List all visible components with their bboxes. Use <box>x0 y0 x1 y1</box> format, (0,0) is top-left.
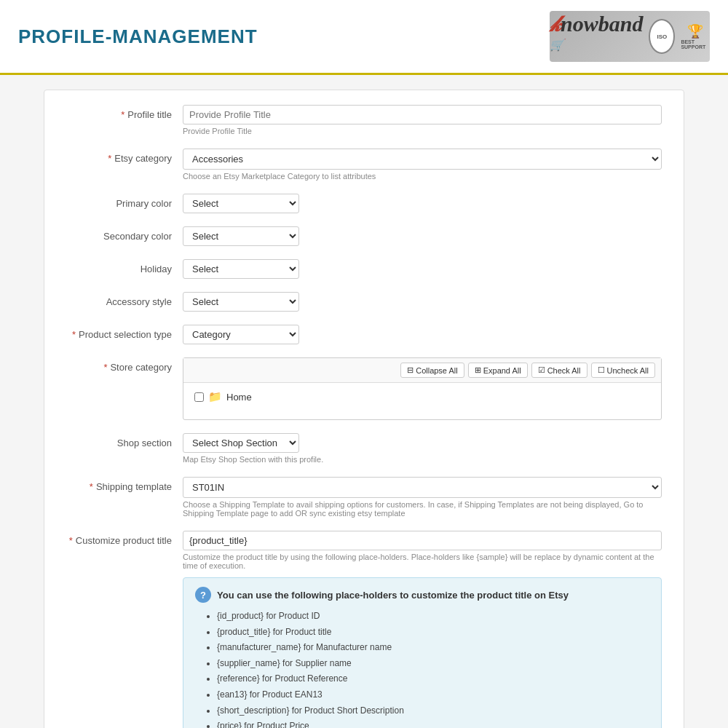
uncheck-icon: ☐ <box>598 365 605 375</box>
list-item: {manufacturer_name} for Manufacturer nam… <box>217 640 649 656</box>
customize-product-title-area: Customize the product title by using the… <box>183 531 662 728</box>
profile-title-label: *Profile title <box>66 105 183 120</box>
secondary-color-area: Select <box>183 226 662 246</box>
product-selection-type-row: *Product selection type Category <box>66 325 662 347</box>
accessory-style-label: Accessory style <box>66 292 183 307</box>
customize-product-title-hint: Customize the product title by using the… <box>183 553 662 570</box>
form-container: *Profile title Provide Profile Title *Et… <box>44 90 684 728</box>
profile-title-hint: Provide Profile Title <box>183 127 662 135</box>
info-icon: ? <box>195 587 211 603</box>
knowband-logo: 𝓀nowband 🛒 <box>550 12 643 62</box>
list-item: {price} for Product Price <box>217 719 649 728</box>
shipping-template-row: *Shipping template ST01IN Choose a Shipp… <box>66 477 662 521</box>
secondary-color-select[interactable]: Select <box>183 226 299 246</box>
expand-icon: ⊞ <box>475 365 481 375</box>
store-category-toolbar: ⊟ Collapse All ⊞ Expand All ☑ Check All <box>183 358 661 383</box>
product-selection-type-area: Category <box>183 325 662 344</box>
best-support-badge: 🏆 BEST SUPPORT <box>681 23 710 50</box>
product-selection-type-select[interactable]: Category <box>183 325 299 344</box>
shop-section-hint: Map Etsy Shop Section with this profile. <box>183 455 662 464</box>
store-category-label: *Store category <box>66 357 183 373</box>
profile-title-row: *Profile title Provide Profile Title <box>66 105 662 138</box>
store-category-box: ⊟ Collapse All ⊞ Expand All ☑ Check All <box>183 357 662 420</box>
store-category-row: *Store category ⊟ Collapse All ⊞ Expand … <box>66 357 662 423</box>
profile-title-area: Provide Profile Title <box>183 105 662 135</box>
main-content: *Profile title Provide Profile Title *Et… <box>29 75 699 728</box>
list-item: {supplier_name} for Supplier name <box>217 656 649 672</box>
etsy-category-label: *Etsy category <box>66 149 183 164</box>
primary-color-select[interactable]: Select <box>183 194 299 213</box>
collapse-icon: ⊟ <box>407 365 414 375</box>
accessory-style-area: Select <box>183 292 662 312</box>
product-selection-type-label: *Product selection type <box>66 325 183 340</box>
shop-section-row: Shop section Select Shop Section Map Ets… <box>66 433 662 467</box>
home-checkbox[interactable] <box>194 392 204 402</box>
home-label: Home <box>226 392 252 403</box>
secondary-color-row: Secondary color Select <box>66 226 662 249</box>
accessory-style-row: Accessory style Select <box>66 292 662 314</box>
primary-color-row: Primary color Select <box>66 194 662 216</box>
primary-color-label: Primary color <box>66 194 183 209</box>
store-category-tree: 📁 Home <box>183 383 661 419</box>
shipping-template-select[interactable]: ST01IN <box>183 477 662 498</box>
etsy-category-area: Accessories Choose an Etsy Marketplace C… <box>183 149 662 181</box>
profile-title-input[interactable] <box>183 105 662 124</box>
primary-color-area: Select <box>183 194 662 213</box>
check-icon: ☑ <box>538 365 545 375</box>
shipping-template-label: *Shipping template <box>66 477 183 492</box>
page-title: PROFILE-MANAGEMENT <box>18 25 258 48</box>
tree-item-home: 📁 Home <box>194 390 650 403</box>
store-category-area: ⊟ Collapse All ⊞ Expand All ☑ Check All <box>183 357 662 420</box>
check-all-button[interactable]: ☑ Check All <box>531 363 587 378</box>
folder-icon: 📁 <box>208 390 222 403</box>
accessory-style-select[interactable]: Select <box>183 292 299 312</box>
iso-badge: ISO <box>649 19 675 54</box>
customize-product-title-input[interactable] <box>183 531 662 550</box>
uncheck-all-button[interactable]: ☐ Uncheck All <box>591 363 655 378</box>
shop-section-label: Shop section <box>66 433 183 448</box>
logo-area: 𝓀nowband 🛒 ISO 🏆 BEST SUPPORT <box>550 11 710 62</box>
shop-section-select[interactable]: Select Shop Section <box>183 433 299 453</box>
secondary-color-label: Secondary color <box>66 226 183 242</box>
list-item: {reference} for Product Reference <box>217 671 649 687</box>
collapse-all-button[interactable]: ⊟ Collapse All <box>400 363 464 378</box>
customize-product-title-row: *Customize product title Customize the p… <box>66 531 662 728</box>
list-item: {id_product} for Product ID <box>217 609 649 625</box>
holiday-select[interactable]: Select <box>183 259 299 279</box>
expand-all-button[interactable]: ⊞ Expand All <box>468 363 528 378</box>
shipping-template-hint: Choose a Shipping Template to avail ship… <box>183 500 662 518</box>
shop-section-area: Select Shop Section Map Etsy Shop Sectio… <box>183 433 662 464</box>
list-item: {ean13} for Product EAN13 <box>217 687 649 703</box>
etsy-category-select[interactable]: Accessories <box>183 149 662 170</box>
shipping-template-area: ST01IN Choose a Shipping Template to ava… <box>183 477 662 518</box>
etsy-category-row: *Etsy category Accessories Choose an Ets… <box>66 149 662 183</box>
info-box: ? You can use the following place-holder… <box>183 577 662 728</box>
page-header: PROFILE-MANAGEMENT 𝓀nowband 🛒 ISO 🏆 BEST… <box>0 0 728 75</box>
list-item: {short_description} for Product Short De… <box>217 703 649 719</box>
holiday-label: Holiday <box>66 259 183 274</box>
info-box-list: {id_product} for Product ID {product_tit… <box>195 609 649 728</box>
info-box-header: ? You can use the following place-holder… <box>195 587 649 603</box>
etsy-category-hint: Choose an Etsy Marketplace Category to l… <box>183 172 662 181</box>
list-item: {product_title} for Product title <box>217 625 649 641</box>
customize-product-title-label: *Customize product title <box>66 531 183 546</box>
holiday-row: Holiday Select <box>66 259 662 282</box>
holiday-area: Select <box>183 259 662 279</box>
